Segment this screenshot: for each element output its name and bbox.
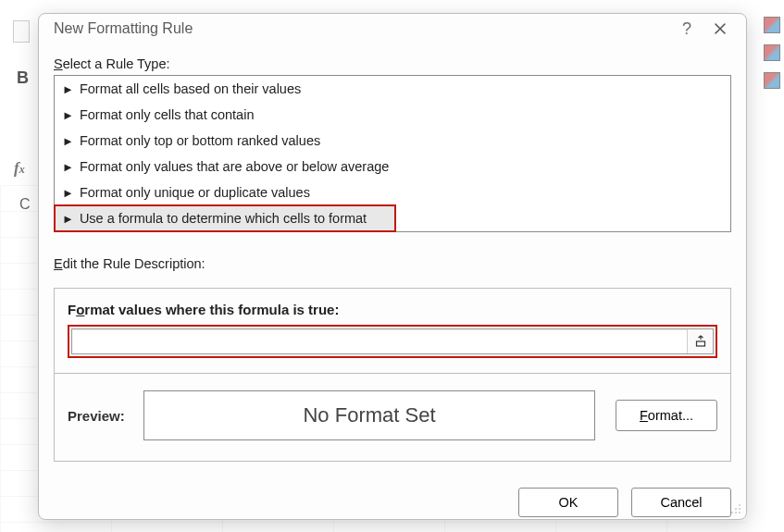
bullet-icon: ► (62, 108, 74, 122)
rule-type-label: Format only cells that contain (80, 107, 255, 122)
resize-grip-icon (729, 502, 742, 515)
range-selector-icon (694, 335, 707, 348)
label-text: dit the Rule Description: (63, 256, 205, 271)
bg-ribbon-icons (764, 17, 780, 100)
label-text: F (68, 302, 76, 317)
format-button[interactable]: Format... (616, 400, 717, 431)
rule-type-item[interactable]: ► Format only values that are above or b… (55, 154, 730, 179)
preview-group: Preview: No Format Set Format... (54, 374, 731, 462)
rule-type-item[interactable]: ► Format only unique or duplicate values (55, 179, 730, 205)
ok-button[interactable]: OK (518, 488, 618, 517)
svg-point-5 (735, 512, 737, 513)
bg-fx-indicator: fx (14, 159, 25, 178)
rule-type-label: Format only top or bottom ranked values (80, 133, 320, 148)
help-button[interactable]: ? (670, 14, 703, 43)
resize-grip[interactable] (729, 502, 742, 515)
label-text: rmat values where this formula is true: (84, 302, 339, 317)
label-text: elect a Rule Type: (63, 56, 170, 71)
edit-rule-description-label: Edit the Rule Description: (54, 256, 731, 271)
collapse-dialog-button[interactable] (687, 329, 713, 353)
bullet-icon: ► (62, 134, 74, 148)
svg-point-3 (739, 508, 740, 510)
dialog-title: New Formatting Rule (54, 20, 670, 37)
new-formatting-rule-dialog: New Formatting Rule ? Select a Rule Type… (38, 13, 747, 520)
svg-point-1 (739, 504, 740, 506)
svg-rect-0 (696, 341, 704, 346)
formula-input[interactable] (72, 329, 687, 353)
select-rule-type-label: Select a Rule Type: (54, 56, 731, 71)
preview-box: No Format Set (143, 390, 595, 440)
formula-input-wrap (71, 328, 714, 354)
bullet-icon: ► (62, 160, 74, 174)
rule-type-item[interactable]: ► Format all cells based on their values (55, 76, 730, 102)
svg-point-2 (735, 508, 737, 510)
formula-label: Format values where this formula is true… (68, 302, 717, 317)
label-accel: o (76, 302, 84, 317)
svg-point-4 (731, 512, 733, 513)
rule-type-label: Format all cells based on their values (80, 81, 301, 96)
rule-type-list[interactable]: ► Format all cells based on their values… (54, 75, 731, 232)
rule-type-label: Use a formula to determine which cells t… (80, 211, 367, 226)
bullet-icon: ► (62, 82, 74, 96)
rule-type-item[interactable]: ► Format only cells that contain (55, 102, 730, 128)
bullet-icon: ► (62, 186, 74, 200)
formula-input-highlight (68, 325, 717, 358)
close-icon (714, 22, 727, 35)
bg-cell-fragment (13, 20, 30, 43)
label-accel: S (54, 56, 63, 71)
dialog-footer: OK Cancel (39, 475, 746, 528)
label-accel: F (640, 408, 648, 423)
label-accel: E (54, 256, 63, 271)
close-button[interactable] (703, 14, 737, 43)
label-text: ormat... (648, 408, 693, 423)
dialog-titlebar: New Formatting Rule ? (39, 14, 746, 43)
rule-description-group: Format values where this formula is true… (54, 288, 731, 374)
bg-bold-indicator: B (17, 68, 29, 88)
svg-point-6 (739, 512, 740, 513)
preview-label: Preview: (68, 408, 143, 424)
rule-type-label: Format only unique or duplicate values (80, 185, 310, 200)
dialog-body: Select a Rule Type: ► Format all cells b… (39, 43, 746, 475)
bullet-icon: ► (62, 212, 74, 226)
rule-type-item-selected[interactable]: ► Use a formula to determine which cells… (55, 205, 395, 231)
cancel-button[interactable]: Cancel (631, 488, 731, 517)
rule-type-label: Format only values that are above or bel… (80, 159, 390, 174)
rule-type-item[interactable]: ► Format only top or bottom ranked value… (55, 128, 730, 154)
